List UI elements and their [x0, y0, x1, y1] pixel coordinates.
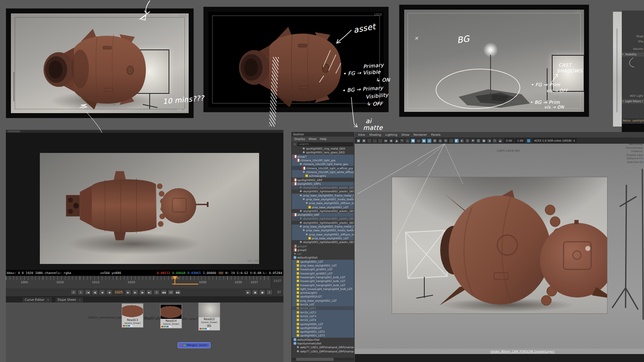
- outliner-row[interactable]: skylight001_lightstand001_plastic_GEO: [292, 217, 354, 220]
- fps-field[interactable]: 37: [277, 290, 281, 294]
- outliner-row[interactable]: prop_base_skylight001_diffusor_textile_G…: [292, 201, 354, 205]
- menu-item[interactable]: Shading: [369, 133, 381, 137]
- toolbar-icon[interactable]: ◇: [372, 138, 377, 143]
- outliner-row[interactable]: skylight001_GRP1: [292, 182, 354, 186]
- read-node[interactable]: Read12 (scene_linear) BG: [198, 303, 220, 331]
- outliner-row[interactable]: prop_base_skylight001_LGT: [292, 205, 354, 209]
- toolbar-icon[interactable]: ⊙: [465, 138, 470, 143]
- viewer-tab-strip[interactable]: [6, 130, 283, 133]
- outliner-row[interactable]: spotlight001_LGT2: [292, 330, 354, 334]
- filter-icon[interactable]: [293, 142, 297, 146]
- attribute-row[interactable]: AOV Light: [630, 94, 643, 98]
- node-graph[interactable]: 250814_vehicleStudio_lightRig001_aastp77…: [6, 303, 283, 362]
- outliner-row[interactable]: chimera_10x10ft_light_frame_geo: [292, 162, 354, 166]
- search-input[interactable]: [298, 142, 353, 146]
- outliner-row[interactable]: aatp77_LOD1_GRP|mainpod_GRP|mainpod_body…: [292, 349, 354, 353]
- outliner-row[interactable]: prop_base_skylight001_hooks_textile_GEO: [292, 228, 354, 232]
- transport-button[interactable]: ▶: [132, 290, 138, 295]
- menu-item[interactable]: Display: [294, 137, 305, 141]
- outliner-row[interactable]: spotlight002LGT: [292, 295, 354, 298]
- toolbar-icon[interactable]: ▥: [476, 138, 481, 143]
- outliner-row[interactable]: defaultLightSet: [292, 256, 354, 259]
- outliner-row[interactable]: houseLight_grid002_LGT: [292, 272, 354, 275]
- outliner-row[interactable]: spotlight006LGT: [292, 326, 354, 330]
- outliner-row[interactable]: spotlight001_ring_metal_GEO: [292, 147, 354, 150]
- menu-item[interactable]: View: [358, 133, 365, 137]
- attribute-row[interactable]: Light Filters *: [622, 99, 644, 103]
- editor-tab[interactable]: Dope Sheet×: [55, 297, 84, 303]
- outliner-row[interactable]: chimera_10x10ft_light_white_diffusor_geo: [292, 170, 354, 174]
- outliner-row[interactable]: aatp77_LOD1_GRP|mainpod_GRP|mainpod_body…: [292, 345, 354, 349]
- transport-button[interactable]: 1025: [113, 290, 124, 295]
- outliner-row[interactable]: spotlight001_lens_glass_GEO: [292, 150, 354, 154]
- toolbar-icon[interactable]: ▤: [432, 138, 437, 143]
- outliner-row[interactable]: prop_base_skylight001_LGT: [292, 264, 354, 267]
- outliner-row[interactable]: skylight001_lightstand002_plastic_GEO: [292, 189, 354, 193]
- menu-item[interactable]: Show: [309, 137, 317, 141]
- close-icon[interactable]: ×: [47, 298, 49, 302]
- outliner-row[interactable]: houseLight_hanging001_bulb_LGT: [292, 275, 354, 279]
- colorspace-dropdown[interactable]: ACES 1.0 SDR-video (sRGB)▼: [532, 138, 576, 143]
- transport-button[interactable]: ▶: [125, 290, 131, 295]
- outliner-row[interactable]: prop_base_skylight001_frame_metal_GEO: [292, 194, 354, 197]
- transport-button[interactable]: ◀: [99, 290, 105, 295]
- attribute-row[interactable]: Volume: [633, 47, 643, 51]
- toolbar-icon[interactable]: ◎: [427, 138, 432, 143]
- toolbar-icon[interactable]: ◌: [449, 138, 454, 143]
- vehicle-three-quarter-view[interactable]: [432, 186, 607, 312]
- read-node[interactable]: Read14 (scene_linear): [160, 304, 182, 328]
- playback-option-button[interactable]: ●: [259, 290, 265, 295]
- outliner-row[interactable]: Arri2k_LGT3: [292, 314, 354, 318]
- viewport[interactable]: 1920 x 1080 CAPS LOCK ON Backfaces:Smoot…: [355, 144, 644, 354]
- playback-option-button[interactable]: ⇧: [266, 290, 273, 295]
- transport-button[interactable]: ◀: [106, 290, 112, 295]
- playback-option-button[interactable]: ▶: [245, 290, 251, 295]
- outliner-row[interactable]: Arri2k_LGT1: [292, 306, 354, 310]
- outliner-row[interactable]: skylight003_GRP: [292, 213, 354, 217]
- outliner-row[interactable]: spotlight001_LGT3: [292, 334, 354, 337]
- menu-item[interactable]: Show: [401, 133, 409, 137]
- outliner-row[interactable]: skylight001_lightstand002_plastic_GEO1: [292, 209, 354, 213]
- transport-button[interactable]: ◀◀: [161, 290, 167, 295]
- toolbar-icon[interactable]: ◐: [460, 138, 465, 143]
- transport-button[interactable]: ◀|: [92, 290, 98, 295]
- transport-button[interactable]: 0: [153, 290, 160, 295]
- outliner-row[interactable]: houseLight_hanging002_bulb_LGT: [292, 279, 354, 283]
- read-node[interactable]: Read13 (scene_linear): [122, 303, 143, 328]
- toolbar-icon[interactable]: ▦: [410, 138, 415, 143]
- timeline[interactable]: 1005101010151020103010351037 1025: [6, 276, 283, 288]
- toolbar-icon[interactable]: ◍: [438, 138, 443, 143]
- toolbar-icon[interactable]: ✎: [400, 138, 405, 143]
- outliner-row[interactable]: prop_base_skylight001_frame_metal_GEO: [292, 225, 354, 228]
- exposure-field[interactable]: 0.00: [504, 138, 514, 143]
- notes-field[interactable]: Notes: spotlight001: [622, 119, 644, 123]
- toolbar-icon[interactable]: ○: [378, 138, 383, 143]
- outliner-row[interactable]: prop_base_skylight001_hooks_textile_GEO: [292, 197, 354, 201]
- gamma-field[interactable]: 1.00: [515, 138, 525, 143]
- toolbar-icon[interactable]: ▲: [394, 138, 399, 143]
- outliner-row[interactable]: defaultObjectSet: [292, 338, 354, 341]
- outliner-row[interactable]: skylight001_lightstand002_plastic_GEO: [292, 221, 354, 225]
- outliner-row[interactable]: houseLight_grid001_LGT: [292, 267, 354, 271]
- outliner-row[interactable]: group4: [292, 244, 354, 248]
- playback-option-button[interactable]: ◼: [252, 290, 258, 295]
- nuke-viewer[interactable]: 1920,1080 HD_1080: [6, 133, 283, 270]
- toolbar-icon[interactable]: ◧: [454, 138, 459, 143]
- horizontal-scrollbar[interactable]: [292, 358, 354, 361]
- range-end-field[interactable]: 1037: [271, 276, 283, 288]
- transport-button[interactable]: |▶: [139, 290, 145, 295]
- outliner-row[interactable]: Arri2k_LGT2: [292, 310, 354, 314]
- outliner-row[interactable]: spotlight005_LGT: [292, 322, 354, 326]
- outliner-row[interactable]: houseLight_hanging003_bulb_LGT: [292, 283, 354, 287]
- transport-button[interactable]: 1: [78, 290, 84, 295]
- menu-item[interactable]: Lighting: [385, 133, 397, 137]
- outliner-row[interactable]: prop_base_skylight001_LGT: [292, 236, 354, 240]
- toolbar-icon[interactable]: ▭: [416, 138, 421, 143]
- outliner-row[interactable]: group5: [292, 248, 354, 252]
- outliner-row[interactable]: spotlight0002_GRP: [292, 178, 354, 181]
- merge-node[interactable]: Merge1 (over): [178, 342, 210, 348]
- toolbar-icon[interactable]: ◑: [487, 138, 492, 143]
- outliner-row[interactable]: skylight001_lightstand002_plastic_GEO1: [292, 240, 354, 244]
- outliner-row[interactable]: skylight001_lightstand001_plastic_GEO: [292, 186, 354, 189]
- camera-name-bar[interactable]: render_80mm_CAM_PORSCHE (masterLayer): [355, 349, 644, 354]
